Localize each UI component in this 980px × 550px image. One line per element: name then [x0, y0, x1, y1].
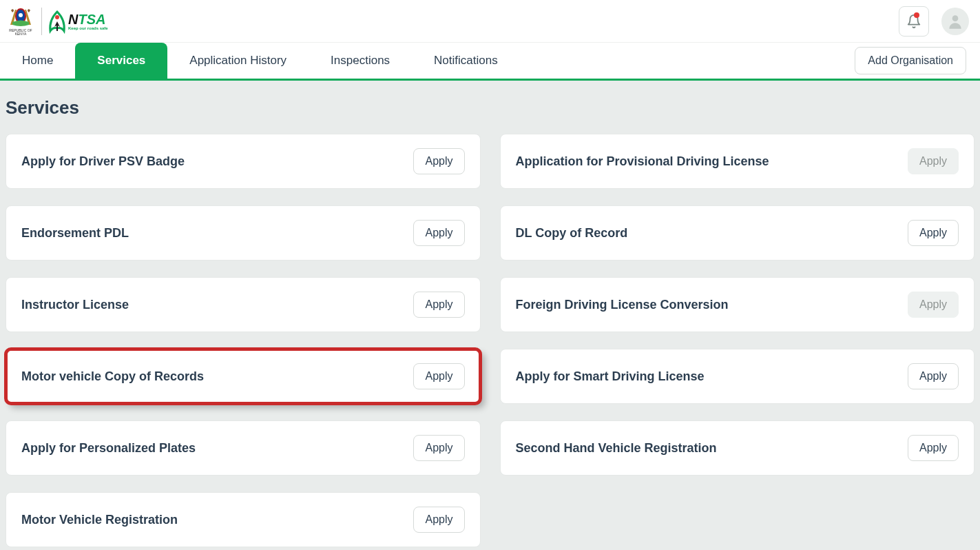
nav-tabs: Home Services Application History Inspec… — [0, 43, 520, 79]
services-grid: Apply for Driver PSV BadgeApplyEndorseme… — [6, 134, 974, 547]
notification-dot-icon — [914, 12, 919, 18]
apply-button[interactable]: Apply — [413, 435, 464, 461]
avatar[interactable] — [941, 8, 969, 35]
page-content: Services Apply for Driver PSV BadgeApply… — [0, 81, 980, 550]
apply-button[interactable]: Apply — [413, 363, 464, 389]
service-title: Apply for Smart Driving License — [516, 369, 705, 384]
service-title: DL Copy of Record — [516, 226, 628, 241]
services-column-left: Apply for Driver PSV BadgeApplyEndorseme… — [6, 134, 481, 547]
tab-home[interactable]: Home — [0, 43, 75, 79]
service-title: Application for Provisional Driving Lice… — [516, 154, 769, 169]
apply-button[interactable]: Apply — [908, 220, 959, 246]
service-card: Apply for Personalized PlatesApply — [6, 420, 481, 476]
main-nav: Home Services Application History Inspec… — [0, 43, 980, 81]
service-card: Apply for Smart Driving LicenseApply — [500, 349, 975, 404]
service-card: Foreign Driving License ConversionApply — [500, 277, 975, 332]
apply-button[interactable]: Apply — [413, 148, 464, 174]
service-title: Apply for Driver PSV Badge — [21, 154, 185, 169]
service-card: Second Hand Vehicle RegistrationApply — [500, 420, 975, 476]
tab-services[interactable]: Services — [75, 43, 167, 79]
apply-button[interactable]: Apply — [908, 363, 959, 389]
person-icon — [946, 12, 964, 30]
apply-button[interactable]: Apply — [908, 435, 959, 461]
apply-button[interactable]: Apply — [413, 292, 464, 318]
tab-application-history[interactable]: Application History — [167, 43, 309, 79]
svg-point-0 — [19, 13, 23, 17]
ntsa-logo: NTSA Keep our roads safe — [48, 8, 108, 35]
tab-notifications[interactable]: Notifications — [412, 43, 520, 79]
service-title: Instructor License — [21, 298, 129, 312]
service-title: Endorsement PDL — [21, 226, 129, 241]
ntsa-n: N — [68, 12, 78, 27]
apply-button[interactable]: Apply — [413, 220, 464, 246]
logo-group: REPUBLIC OF KENYA NTSA Keep our roads sa… — [6, 6, 108, 37]
service-card: Apply for Driver PSV BadgeApply — [6, 134, 481, 189]
svg-point-2 — [952, 15, 959, 21]
ntsa-tsa: TSA — [78, 12, 105, 27]
service-title: Motor vehicle Copy of Records — [21, 369, 204, 384]
tab-inspections[interactable]: Inspections — [309, 43, 412, 79]
service-title: Motor Vehicle Registration — [21, 513, 178, 527]
services-column-right: Application for Provisional Driving Lice… — [500, 134, 975, 547]
service-card: Instructor LicenseApply — [6, 277, 481, 332]
service-card: Endorsement PDLApply — [6, 205, 481, 261]
service-title: Apply for Personalized Plates — [21, 441, 196, 456]
svg-point-1 — [55, 15, 59, 19]
service-card: Motor vehicle Copy of RecordsApply — [6, 349, 481, 404]
service-card: DL Copy of RecordApply — [500, 205, 975, 261]
ntsa-text: NTSA Keep our roads safe — [68, 12, 108, 30]
ntsa-tagline: Keep our roads safe — [68, 26, 108, 30]
service-card: Application for Provisional Driving Lice… — [500, 134, 975, 189]
coat-of-arms-logo: REPUBLIC OF KENYA — [6, 6, 36, 37]
ntsa-swoosh-icon — [48, 8, 67, 35]
service-title: Foreign Driving License Conversion — [516, 298, 729, 312]
apply-button: Apply — [908, 292, 959, 318]
add-organisation-button[interactable]: Add Organisation — [855, 47, 966, 74]
apply-button: Apply — [908, 148, 959, 174]
top-bar: REPUBLIC OF KENYA NTSA Keep our roads sa… — [0, 0, 980, 43]
service-card: Motor Vehicle RegistrationApply — [6, 492, 481, 547]
page-title: Services — [6, 97, 974, 119]
logo-divider — [41, 8, 42, 35]
service-title: Second Hand Vehicle Registration — [516, 441, 717, 456]
notifications-button[interactable] — [899, 6, 929, 37]
coat-caption: REPUBLIC OF KENYA — [6, 29, 36, 36]
apply-button[interactable]: Apply — [413, 507, 464, 533]
top-bar-right — [899, 6, 969, 37]
coat-of-arms-icon — [7, 7, 34, 29]
